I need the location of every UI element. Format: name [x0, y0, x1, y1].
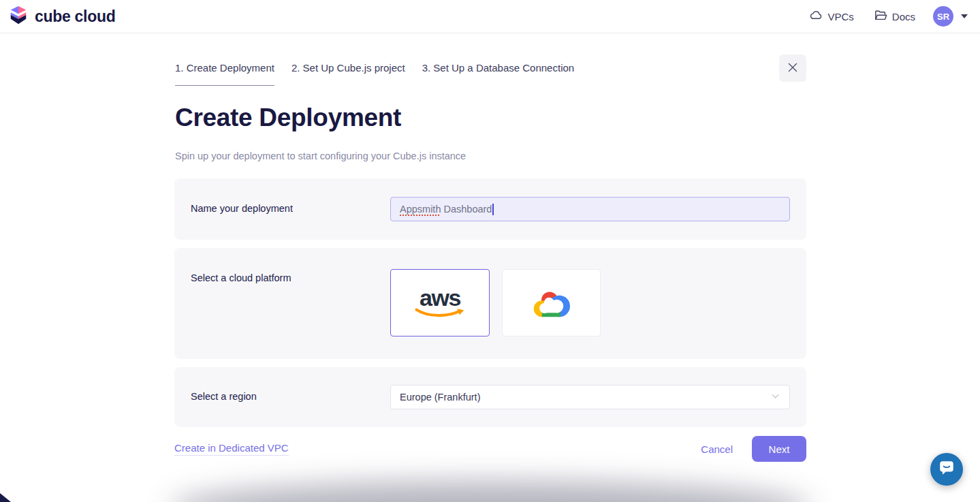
google-cloud-logo — [527, 285, 576, 321]
avatar[interactable]: SR — [933, 6, 953, 27]
text-cursor — [492, 204, 494, 215]
folder-icon — [874, 9, 887, 24]
deployment-name-rest: Dashboard — [441, 204, 492, 215]
next-button[interactable]: Next — [752, 436, 806, 462]
brand-logo[interactable]: cube cloud — [8, 5, 115, 28]
step-setup-database-connection[interactable]: 3. Set Up a Database Connection — [422, 62, 574, 86]
brand-wordmark: cube cloud — [35, 7, 115, 26]
avatar-initials: SR — [937, 12, 949, 22]
close-icon — [788, 63, 797, 74]
nav-vpcs-label: VPCs — [827, 11, 853, 22]
chat-bubble-icon — [938, 459, 955, 480]
chevron-down-icon — [770, 391, 780, 403]
nav-docs[interactable]: Docs — [874, 9, 915, 24]
name-field-card: Name your deployment Appsmith Dashboard — [174, 178, 806, 240]
wizard-steps: 1. Create Deployment 2. Set Up Cube.js p… — [175, 62, 591, 86]
platform-option-google-cloud[interactable] — [502, 269, 601, 336]
dedicated-vpc-link[interactable]: Create in Dedicated VPC — [174, 442, 289, 456]
chevron-down-icon[interactable] — [961, 14, 968, 18]
page-title: Create Deployment — [175, 104, 401, 132]
close-button[interactable] — [779, 54, 806, 82]
underlying-page-corner — [0, 493, 11, 502]
cloud-icon — [810, 9, 823, 24]
modal-bottom-shadow — [170, 481, 810, 502]
app-window: cube cloud VPCs Docs — [0, 0, 980, 502]
cancel-button[interactable]: Cancel — [701, 443, 733, 455]
platform-field-card: Select a cloud platform aws — [174, 248, 806, 359]
region-field-card: Select a region Europe (Frankfurt) — [174, 367, 806, 427]
top-navbar: cube cloud VPCs Docs — [0, 0, 980, 33]
region-selected-value: Europe (Frankfurt) — [400, 392, 480, 403]
page-subtitle: Spin up your deployment to start configu… — [175, 151, 466, 161]
region-select[interactable]: Europe (Frankfurt) — [390, 385, 790, 409]
chat-launcher-button[interactable] — [930, 453, 963, 486]
nav-docs-label: Docs — [892, 11, 915, 22]
deployment-name-misspelled-word: Appsmith — [400, 204, 441, 215]
wizard-footer: Create in Dedicated VPC Cancel Next — [174, 436, 806, 462]
step-create-deployment[interactable]: 1. Create Deployment — [175, 62, 274, 86]
aws-logo: aws — [420, 288, 460, 308]
platform-option-aws[interactable]: aws — [390, 269, 490, 336]
aws-smile-icon — [415, 307, 465, 320]
cube-logo-icon — [8, 5, 29, 28]
step-setup-cubejs-project[interactable]: 2. Set Up Cube.js project — [291, 62, 405, 86]
navbar-actions: VPCs Docs SR — [810, 6, 968, 27]
nav-vpcs[interactable]: VPCs — [810, 9, 853, 24]
deployment-name-label: Name your deployment — [191, 203, 293, 214]
deployment-name-input[interactable]: Appsmith Dashboard — [390, 197, 790, 221]
region-label: Select a region — [191, 391, 257, 402]
cloud-platform-label: Select a cloud platform — [191, 272, 291, 283]
